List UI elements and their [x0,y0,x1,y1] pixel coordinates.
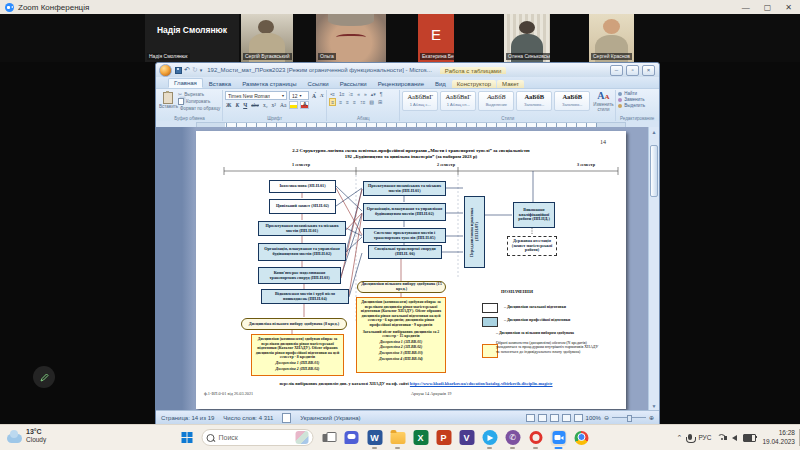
tab-rassylki[interactable]: Рассылки [335,80,372,88]
clock[interactable]: 16:28 19.04.2023 [762,429,795,445]
status-words[interactable]: Число слов: 4 311 [223,415,273,421]
strikethrough-button[interactable]: abc [250,102,260,108]
change-case-button[interactable]: Aa [279,102,287,108]
align-right-icon[interactable]: ≡ [345,99,350,105]
search-box[interactable]: Поиск [202,429,314,446]
tab-recenzirovanie[interactable]: Рецензирование [373,80,429,88]
subscript-button[interactable]: x₂ [262,102,269,108]
underline-button[interactable]: Ч [242,102,248,108]
office-button[interactable] [159,64,172,77]
word-taskbar-button[interactable]: W [367,430,383,446]
numbering-icon[interactable]: 1≡ [338,91,346,97]
vertical-scrollbar[interactable]: ▲ ▼ [648,127,659,411]
justify-icon[interactable]: ≡ [352,99,357,105]
status-language[interactable]: Украинский (Украина) [300,415,360,421]
participant-tile[interactable]: Надія Смолянюк Надія Смолянюк [145,14,239,62]
tab-vid[interactable]: Вид [430,80,451,88]
save-icon[interactable] [175,67,182,74]
chrome-button[interactable] [574,430,590,446]
search-highlight-icon[interactable] [296,431,309,444]
scrollbar-thumb[interactable] [650,145,658,197]
view-fullscreen-icon[interactable] [538,414,547,422]
zoom-taskbar-button[interactable] [551,430,567,446]
start-button[interactable] [179,430,195,446]
language-indicator[interactable]: РУС [698,434,711,441]
microphone-icon[interactable] [688,434,692,440]
style-chip[interactable]: АаБбВЗаголово... [516,91,552,111]
font-color-button[interactable]: А [300,101,309,109]
style-chip[interactable]: АаБбВЗаголово... [554,91,590,111]
style-chip[interactable]: АаБбВвГ1 Абзац с... [402,91,438,111]
highlight-color-button[interactable] [289,101,298,109]
participant-tile[interactable]: Олена Синьковська [504,14,550,62]
volume-icon[interactable] [732,435,737,441]
tab-razmetka[interactable]: Разметка страницы [237,80,301,88]
powerpoint-button[interactable]: P [436,430,452,446]
telegram-button[interactable] [482,430,498,446]
tab-konstruktor[interactable]: Конструктор [452,80,496,88]
shrink-font-button[interactable]: А̌ [319,93,324,98]
tab-vstavka[interactable]: Вставка [204,80,236,88]
italic-button[interactable]: К [234,102,240,108]
annotation-pencil-button[interactable] [33,366,55,388]
font-name-select[interactable]: Times New Roman▾ [225,91,287,100]
tab-glavnaya[interactable]: Главная [168,78,203,88]
excel-button[interactable]: X [413,430,429,446]
multilevel-list-icon[interactable]: ⁝≡ [348,91,355,97]
word-close-button[interactable]: × [642,65,655,76]
indent-icon[interactable]: » [363,91,368,97]
undo-icon[interactable]: ↶ [184,66,190,74]
bold-button[interactable]: Ж [225,102,232,108]
superscript-button[interactable]: x² [271,102,277,108]
participant-tile[interactable]: Сергій Бугаєвський [241,14,293,62]
hidden-icons-chevron[interactable]: ⌃ [677,434,683,442]
minimize-button[interactable]: — [742,3,750,12]
style-chip[interactable]: АаБбВвГ1 Абзац сп... [440,91,476,111]
bullets-icon[interactable]: •≡ [329,91,336,97]
scroll-up-icon[interactable]: ▲ [649,129,659,135]
view-outline-icon[interactable] [562,414,571,422]
close-button[interactable]: ✕ [785,3,792,12]
viber-button[interactable]: ✆ [505,430,521,446]
tab-ssylki[interactable]: Ссылки [303,80,334,88]
qat-dropdown-icon[interactable]: ▾ [200,67,203,73]
font-size-select[interactable]: 12▾ [289,91,309,100]
opera-button[interactable] [528,430,544,446]
grow-font-button[interactable]: А́ [311,93,317,99]
line-spacing-icon[interactable]: ↕≡ [359,99,366,105]
zoom-level[interactable]: 100% [586,415,601,421]
catalog-link[interactable]: https://www.khadi.kharkov.ua/education/k… [410,381,553,386]
battery-icon[interactable] [743,434,756,442]
outdent-icon[interactable]: « [356,91,361,97]
view-draft-icon[interactable] [574,414,583,422]
find-button[interactable]: Найти [618,91,656,96]
word-restore-button[interactable]: ▫ [626,65,639,76]
sort-icon[interactable]: ▴▾ [370,91,377,97]
select-button[interactable]: Выделить [618,103,656,108]
file-explorer-button[interactable] [390,430,406,446]
align-center-icon[interactable]: ≡ [338,99,343,105]
word-minimize-button[interactable]: – [610,65,623,76]
scroll-down-icon[interactable]: ▼ [649,403,659,409]
paste-button[interactable]: Вставить [159,91,177,109]
tab-maket[interactable]: Макет [497,80,524,88]
style-chip[interactable]: АаБбВВыделение [478,91,514,111]
replace-button[interactable]: Заменить [618,97,656,102]
format-painter-button[interactable]: Формат по образцу [178,106,220,111]
change-styles-button[interactable]: АА Изменить стили [593,91,613,112]
view-web-icon[interactable] [550,414,559,422]
document-page[interactable]: 14 2.2 Структурно-логічна схема освітньо… [196,131,626,409]
zoom-out-icon[interactable]: ⊖ [604,414,609,421]
v-app-button[interactable]: V [459,430,475,446]
spellcheck-icon[interactable] [282,413,291,423]
participant-tile[interactable]: Сергей Краснов [589,14,634,62]
copy-button[interactable]: Копировать [178,98,220,105]
view-print-layout-icon[interactable] [526,414,535,422]
participant-tile[interactable]: Ольга [316,14,386,62]
participant-tile[interactable]: E Екатерина Бережная [418,14,454,62]
chat-button[interactable] [344,430,360,446]
borders-icon[interactable]: ⊞ [377,99,383,105]
cut-button[interactable]: ✂Вырезать [178,91,220,97]
zoom-slider[interactable] [612,417,646,418]
pilcrow-icon[interactable]: ¶ [379,91,384,97]
